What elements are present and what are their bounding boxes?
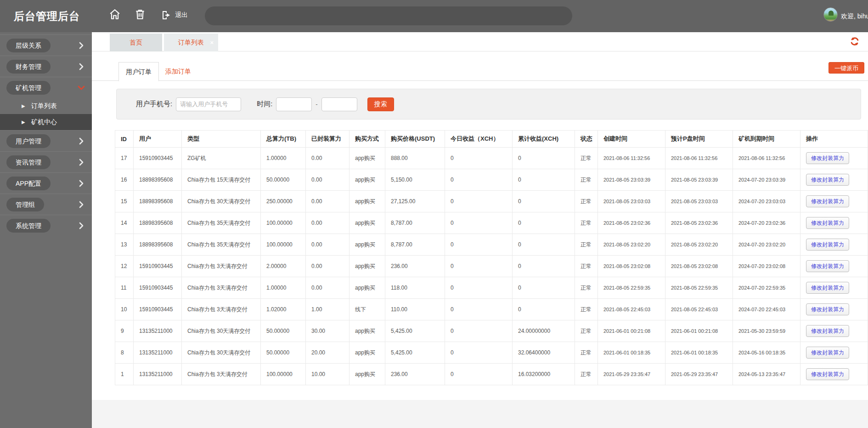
table-cell-actions: 修改封装算力 [800,364,868,385]
dispatch-coin-button[interactable]: 一键派币 [829,62,864,74]
sidebar-item-4[interactable]: 用户管理 [0,130,92,151]
table-cell: 0 [445,277,513,299]
table-cell: 8 [115,342,134,364]
table-cell: 0 [513,234,575,256]
table-cell-actions: 修改封装算力 [800,342,868,364]
table-row: 913135211000Chia存力包 30天满存交付50.0000030.00… [115,320,868,342]
time-range-separator: - [316,101,317,108]
table-cell: 2021-08-05 22:45:03 [665,299,733,320]
sidebar-item-2[interactable]: 财务管理 [0,56,92,77]
main-content: 用户订单 添加订单 一键派币 用户手机号: 时间: - 搜索 ID用户类型总算力… [92,51,868,428]
tab-strip: 首页 订单列表 × [92,32,868,51]
table-row: 1215910903445Chia存力包 3天满存交付2.000000.00ap… [115,256,868,277]
sidebar-item-7[interactable]: 管理组 [0,194,92,215]
table-cell: 2021-08-05 23:02:08 [665,256,733,277]
search-button[interactable]: 搜索 [367,97,394,111]
orders-table-wrap: ID用户类型总算力(TB)已封装算力购买方式购买价格(USDT)今日收益（XCH… [115,130,868,385]
table-cell: 2021-08-05 23:02:08 [598,256,665,277]
table-header-row: ID用户类型总算力(TB)已封装算力购买方式购买价格(USDT)今日收益（XCH… [115,131,868,148]
edit-sealed-power-button[interactable]: 修改封装算力 [806,260,849,272]
table-cell: 5,425.00 [385,342,445,364]
avatar[interactable] [823,7,838,22]
table-cell: 2024-07-20 23:02:20 [733,234,800,256]
table-cell: 正常 [575,256,598,277]
table-cell: 2024-07-20 23:03:39 [733,169,800,191]
table-cell: Chia存力包 35天满存交付 [182,234,261,256]
tab-add-order[interactable]: 添加订单 [158,62,198,81]
sidebar-item-5[interactable]: 资讯管理 [0,151,92,172]
table-cell-actions: 修改封装算力 [800,320,868,342]
table-cell: 2021-08-05 23:03:03 [665,191,733,212]
tab-user-orders[interactable]: 用户订单 [118,62,159,81]
table-cell: 0 [513,256,575,277]
table-cell: 16.03200000 [513,364,575,385]
table-cell: 8,787.00 [385,234,445,256]
table-cell: 0 [445,191,513,212]
content-tabs: 用户订单 添加订单 [92,62,868,81]
sidebar-item-6[interactable]: APP配置 [0,172,92,194]
sidebar-item-3[interactable]: 矿机管理 [0,77,92,98]
table-cell: 100.00000 [261,234,306,256]
edit-sealed-power-button[interactable]: 修改封装算力 [806,195,849,207]
table-cell: 15910903445 [134,148,182,169]
column-header: 创建时间 [598,131,665,148]
edit-sealed-power-button[interactable]: 修改封装算力 [806,347,849,359]
sidebar-subitem[interactable]: ▶矿机中心 [0,114,92,130]
table-cell: app购买 [349,277,385,299]
time-end-input[interactable] [321,97,357,111]
table-cell: 2021-08-05 23:03:03 [598,191,665,212]
home-icon[interactable] [109,8,121,20]
table-cell: 0 [445,342,513,364]
table-cell: 2024-07-20 23:02:36 [733,212,800,234]
table-cell: 2024-07-20 22:45:03 [733,299,800,320]
table-cell-actions: 修改封装算力 [800,234,868,256]
table-cell: 2024-07-20 23:03:03 [733,191,800,212]
table-cell: 2021-08-05 23:03:39 [598,169,665,191]
table-cell: 2021-05-29 23:35:47 [665,364,733,385]
tab-home[interactable]: 首页 [110,34,162,51]
table-cell: Chia存力包 15天满存交付 [182,169,261,191]
table-cell: 0 [445,212,513,234]
table-cell: 236.00 [385,256,445,277]
sidebar-item-8[interactable]: 系统管理 [0,215,92,236]
trash-icon[interactable] [134,8,146,20]
chevron-right-icon [79,137,84,145]
table-cell: 24.00000000 [513,320,575,342]
sidebar-subitem[interactable]: ▶订单列表 [0,98,92,114]
column-header: 累计收益(XCH) [513,131,575,148]
table-cell: 15910903445 [134,299,182,320]
tab-order-list[interactable]: 订单列表 × [164,34,218,51]
table-cell: Chia存力包 30天满存交付 [182,342,261,364]
edit-sealed-power-button[interactable]: 修改封装算力 [806,239,849,251]
table-cell: 16 [115,169,134,191]
table-cell: 0 [513,212,575,234]
sidebar-item-label: 层级关系 [6,39,51,52]
edit-sealed-power-button[interactable]: 修改封装算力 [806,152,849,164]
table-cell: 5,425.00 [385,320,445,342]
table-cell: app购买 [349,342,385,364]
logout-button[interactable]: 退出 [161,8,188,22]
phone-input[interactable] [176,97,241,111]
table-cell: 2021-08-05 22:45:03 [598,299,665,320]
topbar-search-input[interactable] [205,6,572,25]
table-cell: 118.00 [385,277,445,299]
refresh-icon[interactable] [850,36,860,46]
edit-sealed-power-button[interactable]: 修改封装算力 [806,174,849,186]
table-cell: app购买 [349,256,385,277]
edit-sealed-power-button[interactable]: 修改封装算力 [806,303,849,315]
edit-sealed-power-button[interactable]: 修改封装算力 [806,368,849,380]
table-cell: 正常 [575,342,598,364]
time-start-input[interactable] [276,97,312,111]
edit-sealed-power-button[interactable]: 修改封装算力 [806,282,849,294]
chevron-right-icon [79,63,84,70]
edit-sealed-power-button[interactable]: 修改封装算力 [806,217,849,229]
close-tab-icon[interactable]: × [210,34,214,51]
table-cell: 50.00000 [261,342,306,364]
table-row: 1418898395608Chia存力包 35天满存交付100.000000.0… [115,212,868,234]
sidebar-item-1[interactable]: 层级关系 [0,34,92,56]
edit-sealed-power-button[interactable]: 修改封装算力 [806,325,849,337]
column-header: 今日收益（XCH） [445,131,513,148]
table-cell-actions: 修改封装算力 [800,169,868,191]
table-cell: 20.00 [306,342,349,364]
table-cell: 正常 [575,299,598,320]
